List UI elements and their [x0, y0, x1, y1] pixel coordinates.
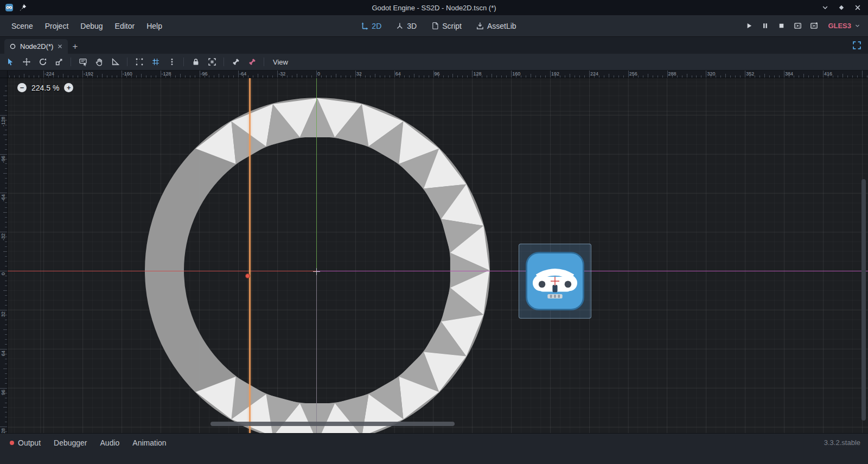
control-point-handle[interactable]	[245, 274, 250, 278]
ruler-tool[interactable]	[108, 55, 123, 68]
ruler-top-label: 128	[473, 71, 481, 77]
workspace-assetlib-button[interactable]: AssetLib	[476, 22, 516, 30]
skeleton-options-button[interactable]	[228, 55, 243, 68]
bottom-tab-debugger[interactable]: Debugger	[47, 435, 94, 450]
grid-snap-toggle[interactable]	[148, 55, 163, 68]
bones-button[interactable]	[245, 55, 259, 68]
origin-crosshair	[313, 268, 320, 275]
godot-sprite-selected[interactable]	[519, 244, 591, 319]
toolbar-tools	[3, 55, 267, 68]
zoom-level[interactable]: 224.5 %	[31, 84, 59, 92]
scene-tabs: Node2D(*)	[0, 39, 68, 54]
canvas-toolbar: View	[0, 54, 868, 71]
stop-button[interactable]	[777, 22, 786, 30]
ruler-top-label: 352	[746, 71, 754, 77]
toolbar-separator	[127, 58, 127, 66]
ruler-top-label: -64	[239, 71, 246, 77]
bottom-tab-label: Debugger	[54, 438, 87, 447]
bottom-panel-bar: OutputDebuggerAudioAnimation 3.3.2.stabl…	[0, 433, 868, 464]
group-icon	[208, 58, 216, 66]
ruler-top-label: 288	[668, 71, 676, 77]
ruler-top-label: 384	[785, 71, 793, 77]
maximize-button[interactable]	[838, 4, 845, 11]
output-status-dot	[10, 441, 14, 445]
grid-snap-icon	[151, 58, 160, 66]
toolbar-separator	[183, 58, 184, 66]
window-controls	[821, 0, 861, 15]
ruler-top-label: -96	[201, 71, 208, 77]
scene-tab-label: Node2D(*)	[20, 42, 53, 50]
play-scene-button[interactable]	[794, 22, 802, 30]
minimize-button[interactable]	[821, 4, 829, 11]
bottom-tab-label: Output	[18, 438, 41, 447]
ring-shape-sprite[interactable]	[143, 96, 492, 433]
close-button[interactable]	[854, 4, 861, 11]
bone-icon	[232, 58, 240, 66]
ruler-top-label: 320	[707, 71, 715, 77]
workspace-label: Script	[442, 22, 462, 30]
scale-tool[interactable]	[52, 55, 66, 68]
menu-editor[interactable]: Editor	[109, 15, 141, 37]
smart-snap-toggle[interactable]	[132, 55, 146, 68]
pan-tool[interactable]	[92, 55, 106, 68]
titlebar[interactable]: Godot Engine - SS2D - Node2D.tscn (*)	[0, 0, 868, 15]
chevron-down-icon	[854, 23, 860, 29]
node2d-icon	[9, 43, 16, 50]
list-select-tool[interactable]	[75, 55, 90, 68]
play-button[interactable]	[745, 22, 753, 30]
rotate-icon	[39, 58, 47, 66]
playback-controls	[745, 22, 828, 30]
scene-tab[interactable]: Node2D(*)	[4, 39, 68, 54]
ruler-top-label: 0	[317, 71, 320, 77]
snap-options-button[interactable]	[164, 55, 179, 68]
orange-guide-line[interactable]	[249, 78, 251, 433]
play-custom-scene-button[interactable]	[810, 22, 818, 30]
ruler-left-label: 96	[1, 390, 6, 395]
zoom-out-button[interactable]: −	[17, 83, 27, 92]
menu-project[interactable]: Project	[39, 15, 75, 37]
workspace-3d-button[interactable]: 3D	[395, 22, 417, 30]
menu-help[interactable]: Help	[141, 15, 168, 37]
rotate-tool[interactable]	[35, 55, 50, 68]
workspace-2d-button[interactable]: 2D	[360, 22, 381, 30]
lock-button[interactable]	[188, 55, 203, 68]
ruler-left-label: 128	[1, 428, 6, 433]
bottom-tab-audio[interactable]: Audio	[94, 435, 126, 450]
ruler-top-label: 416	[824, 71, 832, 77]
horizontal-scrollbar[interactable]	[210, 422, 455, 426]
group-button[interactable]	[205, 55, 219, 68]
viewport-canvas[interactable]: − 224.5 % +	[8, 78, 868, 433]
vertical-scrollbar[interactable]	[861, 179, 866, 421]
bottom-tab-output[interactable]: Output	[3, 435, 47, 450]
pin-icon[interactable]	[18, 3, 27, 12]
renderer-select[interactable]: GLES3	[828, 22, 863, 30]
ruler-top-label: -192	[84, 71, 93, 77]
ruler-top-label: 160	[512, 71, 520, 77]
move-tool[interactable]	[19, 55, 34, 68]
tab-close-button[interactable]	[57, 43, 63, 49]
select-tool[interactable]	[3, 55, 17, 68]
workspace-label: AssetLib	[487, 22, 516, 30]
select-icon	[6, 58, 15, 66]
menubar-menus: SceneProjectDebugEditorHelp	[5, 15, 168, 37]
distraction-free-button[interactable]	[852, 41, 861, 50]
ruler-left-label: 0	[1, 272, 6, 275]
2d-icon	[360, 22, 368, 30]
bottom-tab-label: Audio	[100, 438, 120, 447]
pan-icon	[95, 58, 104, 66]
ruler-top-label: -128	[162, 71, 171, 77]
menu-scene[interactable]: Scene	[5, 15, 39, 37]
script-icon	[431, 22, 439, 30]
ruler-left-label: -96	[1, 156, 6, 163]
renderer-label: GLES3	[828, 22, 851, 30]
window-title: Godot Engine - SS2D - Node2D.tscn (*)	[0, 4, 868, 12]
workspace-label: 3D	[407, 22, 417, 30]
new-scene-tab-button[interactable]: +	[68, 39, 82, 54]
bottom-tab-animation[interactable]: Animation	[126, 435, 173, 450]
ruler-top-label: 192	[551, 71, 559, 77]
view-menu-button[interactable]: View	[267, 58, 294, 66]
menu-debug[interactable]: Debug	[74, 15, 108, 37]
workspace-script-button[interactable]: Script	[431, 22, 462, 30]
zoom-in-button[interactable]: +	[64, 83, 73, 92]
pause-button[interactable]	[761, 22, 769, 30]
